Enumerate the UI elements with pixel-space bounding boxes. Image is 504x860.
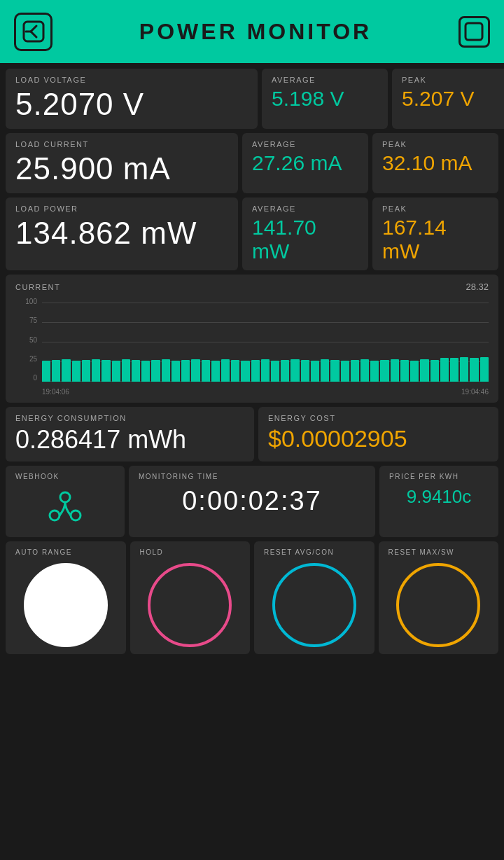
load-current-card: LOAD CURRENT 25.900 mA bbox=[6, 133, 238, 193]
chart-bar bbox=[202, 360, 210, 382]
power-value: 134.862 mW bbox=[15, 216, 228, 251]
chart-bar bbox=[410, 361, 419, 382]
y-label-75: 75 bbox=[29, 317, 40, 324]
chart-bar bbox=[221, 359, 230, 382]
chart-bar bbox=[460, 357, 468, 382]
chart-y-labels: 100 75 50 25 0 bbox=[15, 298, 40, 382]
auto-range-label: AUTO RANGE bbox=[15, 548, 72, 556]
chart-bar bbox=[271, 361, 279, 382]
y-label-0: 0 bbox=[33, 374, 40, 382]
current-peak-label: PEAK bbox=[382, 140, 489, 148]
load-voltage-card: LOAD VOLTAGE 5.2070 V bbox=[6, 69, 258, 129]
monitoring-card: MONITORING TIME 0:00:02:37 bbox=[129, 466, 375, 537]
voltage-avg-card: AVERAGE 5.198 V bbox=[262, 69, 388, 129]
svg-point-5 bbox=[60, 492, 70, 502]
hold-card: HOLD bbox=[130, 541, 251, 654]
chart-timestamp: 28.32 bbox=[465, 282, 489, 292]
menu-button[interactable] bbox=[458, 16, 490, 48]
power-avg-value: 141.70 mW bbox=[252, 216, 358, 263]
svg-rect-2 bbox=[465, 23, 482, 40]
webhook-card: WEBHOOK bbox=[6, 466, 125, 537]
chart-x-labels: 19:04:06 19:04:46 bbox=[42, 388, 489, 396]
voltage-avg-value: 5.198 V bbox=[272, 87, 378, 111]
chart-bar bbox=[132, 360, 140, 382]
chart-bar bbox=[141, 361, 150, 382]
chart-bar bbox=[321, 359, 329, 382]
current-avg-card: AVERAGE 27.26 mA bbox=[242, 133, 368, 193]
chart-bar bbox=[281, 360, 289, 382]
price-label: PRICE PER KWH bbox=[389, 473, 459, 480]
webhook-icon[interactable] bbox=[48, 489, 83, 530]
chart-bar bbox=[181, 360, 190, 382]
voltage-peak-label: PEAK bbox=[402, 76, 504, 84]
chart-bar bbox=[440, 358, 449, 382]
power-row: LOAD POWER 134.862 mW AVERAGE 141.70 mW … bbox=[6, 197, 498, 270]
reset-max-button[interactable] bbox=[396, 563, 480, 647]
power-peak-value: 167.14 mW bbox=[382, 216, 489, 263]
reset-avg-label: RESET AVG/CON bbox=[264, 548, 334, 556]
current-label: LOAD CURRENT bbox=[15, 140, 228, 148]
hold-label: HOLD bbox=[140, 548, 164, 556]
chart-bar bbox=[62, 359, 70, 382]
chart-bar bbox=[330, 360, 339, 382]
chart-area: 100 75 50 25 0 19:04:06 19:04:46 bbox=[15, 298, 489, 396]
chart-bar bbox=[351, 360, 359, 382]
chart-bar bbox=[211, 361, 220, 382]
power-label: LOAD POWER bbox=[15, 204, 228, 213]
consumption-label: ENERGY CONSUMPTION bbox=[15, 414, 244, 422]
monitoring-value: 0:00:02:37 bbox=[182, 486, 322, 516]
back-button[interactable] bbox=[14, 13, 52, 51]
chart-bar bbox=[241, 361, 249, 382]
x-label-start: 19:04:06 bbox=[42, 388, 69, 396]
chart-bar bbox=[480, 357, 489, 382]
load-power-card: LOAD POWER 134.862 mW bbox=[6, 197, 238, 270]
auto-range-button[interactable] bbox=[24, 563, 108, 647]
reset-avg-card: RESET AVG/CON bbox=[254, 541, 374, 654]
current-avg-value: 27.26 mA bbox=[252, 151, 358, 175]
power-avg-card: AVERAGE 141.70 mW bbox=[242, 197, 368, 270]
current-row: LOAD CURRENT 25.900 mA AVERAGE 27.26 mA … bbox=[6, 133, 498, 193]
chart-bar bbox=[430, 360, 439, 382]
chart-bar bbox=[102, 360, 110, 382]
header: POWER MONITOR bbox=[0, 0, 504, 63]
chart-title: CURRENT bbox=[15, 283, 60, 291]
energy-cost-card: ENERGY COST $0.00002905 bbox=[258, 407, 498, 462]
chart-bar bbox=[151, 360, 160, 382]
chart-bar bbox=[42, 361, 50, 382]
chart-bar bbox=[72, 361, 80, 382]
chart-bar bbox=[191, 359, 200, 382]
chart-bar bbox=[380, 360, 388, 382]
voltage-label: LOAD VOLTAGE bbox=[15, 76, 248, 84]
y-label-50: 50 bbox=[29, 336, 40, 344]
reset-avg-button[interactable] bbox=[272, 563, 356, 647]
chart-bar bbox=[261, 359, 270, 382]
chart-bar bbox=[311, 361, 319, 382]
main-content: LOAD VOLTAGE 5.2070 V AVERAGE 5.198 V PE… bbox=[0, 63, 504, 660]
chart-bar bbox=[341, 361, 349, 382]
chart-bar bbox=[251, 360, 260, 382]
chart-bar bbox=[360, 359, 369, 382]
current-peak-card: PEAK 32.10 mA bbox=[372, 133, 498, 193]
voltage-row: LOAD VOLTAGE 5.2070 V AVERAGE 5.198 V PE… bbox=[6, 69, 498, 129]
chart-bar bbox=[370, 361, 379, 382]
monitoring-label: MONITORING TIME bbox=[139, 473, 218, 480]
chart-bar bbox=[470, 358, 478, 382]
current-peak-value: 32.10 mA bbox=[382, 151, 489, 175]
chart-bar bbox=[122, 359, 130, 382]
chart-bar bbox=[162, 359, 170, 382]
reset-max-card: RESET MAX/SW bbox=[379, 541, 499, 654]
chart-bar bbox=[172, 361, 180, 382]
power-peak-label: PEAK bbox=[382, 204, 489, 213]
chart-bar bbox=[290, 359, 299, 382]
hold-button[interactable] bbox=[148, 563, 232, 647]
chart-bar bbox=[400, 360, 409, 382]
button-row: AUTO RANGE HOLD RESET AVG/CON RESET MAX/… bbox=[6, 541, 498, 654]
consumption-value: 0.286417 mWh bbox=[15, 425, 244, 455]
webhook-label: WEBHOOK bbox=[15, 473, 59, 480]
current-avg-label: AVERAGE bbox=[252, 140, 358, 148]
voltage-peak-value: 5.207 V bbox=[402, 87, 504, 111]
x-label-end: 19:04:46 bbox=[461, 388, 489, 396]
voltage-value: 5.2070 V bbox=[15, 87, 248, 122]
chart-bar bbox=[391, 359, 399, 382]
chart-bar bbox=[112, 361, 120, 382]
